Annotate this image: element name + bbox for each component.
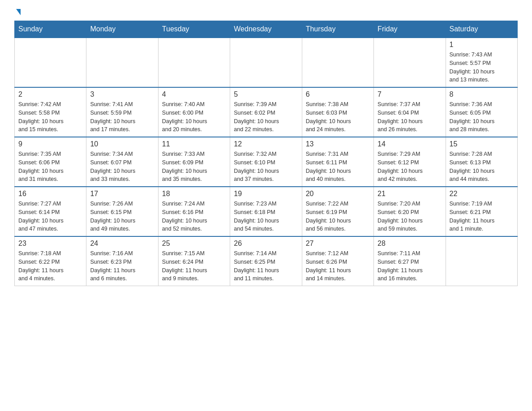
calendar-week-2: 2Sunrise: 7:42 AM Sunset: 5:58 PM Daylig… (15, 87, 518, 137)
calendar-cell: 21Sunrise: 7:20 AM Sunset: 6:20 PM Dayli… (374, 187, 446, 236)
day-info: Sunrise: 7:31 AM Sunset: 6:11 PM Dayligh… (306, 150, 370, 184)
day-number: 19 (234, 190, 298, 198)
day-number: 22 (450, 190, 514, 198)
day-info: Sunrise: 7:15 AM Sunset: 6:24 PM Dayligh… (162, 249, 226, 283)
calendar-cell: 18Sunrise: 7:24 AM Sunset: 6:16 PM Dayli… (158, 187, 230, 236)
day-number: 28 (378, 240, 442, 248)
day-info: Sunrise: 7:40 AM Sunset: 6:00 PM Dayligh… (162, 100, 226, 134)
weekday-header-thursday: Thursday (302, 21, 373, 38)
weekday-header-tuesday: Tuesday (158, 21, 230, 38)
day-info: Sunrise: 7:22 AM Sunset: 6:19 PM Dayligh… (306, 200, 370, 233)
calendar-cell: 1Sunrise: 7:43 AM Sunset: 5:57 PM Daylig… (446, 38, 517, 88)
calendar-week-4: 16Sunrise: 7:27 AM Sunset: 6:14 PM Dayli… (15, 187, 518, 236)
day-info: Sunrise: 7:11 AM Sunset: 6:27 PM Dayligh… (378, 249, 442, 283)
day-number: 6 (306, 90, 370, 98)
day-number: 21 (378, 190, 442, 198)
calendar-cell: 28Sunrise: 7:11 AM Sunset: 6:27 PM Dayli… (374, 236, 446, 286)
day-info: Sunrise: 7:26 AM Sunset: 6:15 PM Dayligh… (90, 200, 154, 233)
day-info: Sunrise: 7:37 AM Sunset: 6:04 PM Dayligh… (378, 100, 442, 134)
calendar-cell: 25Sunrise: 7:15 AM Sunset: 6:24 PM Dayli… (158, 236, 230, 286)
calendar-cell: 15Sunrise: 7:28 AM Sunset: 6:13 PM Dayli… (446, 137, 517, 187)
day-info: Sunrise: 7:38 AM Sunset: 6:03 PM Dayligh… (306, 100, 370, 134)
day-number: 18 (162, 190, 226, 198)
day-number: 12 (234, 140, 298, 148)
weekday-header-saturday: Saturday (446, 21, 517, 38)
day-number: 14 (378, 140, 442, 148)
calendar-week-1: 1Sunrise: 7:43 AM Sunset: 5:57 PM Daylig… (15, 38, 518, 88)
day-number: 27 (306, 240, 370, 248)
calendar-cell: 11Sunrise: 7:33 AM Sunset: 6:09 PM Dayli… (158, 137, 230, 187)
day-info: Sunrise: 7:14 AM Sunset: 6:25 PM Dayligh… (234, 249, 298, 283)
day-info: Sunrise: 7:20 AM Sunset: 6:20 PM Dayligh… (378, 200, 442, 233)
day-info: Sunrise: 7:18 AM Sunset: 6:22 PM Dayligh… (18, 249, 82, 283)
weekday-header-sunday: Sunday (15, 21, 86, 38)
logo (14, 11, 21, 13)
day-info: Sunrise: 7:19 AM Sunset: 6:21 PM Dayligh… (450, 200, 514, 233)
calendar-cell: 3Sunrise: 7:41 AM Sunset: 5:59 PM Daylig… (86, 87, 158, 137)
calendar-cell: 10Sunrise: 7:34 AM Sunset: 6:07 PM Dayli… (86, 137, 158, 187)
calendar-cell: 16Sunrise: 7:27 AM Sunset: 6:14 PM Dayli… (15, 187, 86, 236)
calendar-table: SundayMondayTuesdayWednesdayThursdayFrid… (14, 21, 518, 286)
calendar-cell (158, 38, 230, 88)
calendar-cell: 12Sunrise: 7:32 AM Sunset: 6:10 PM Dayli… (230, 137, 302, 187)
day-info: Sunrise: 7:29 AM Sunset: 6:12 PM Dayligh… (378, 150, 442, 184)
day-number: 16 (18, 190, 82, 198)
day-number: 17 (90, 190, 154, 198)
day-info: Sunrise: 7:27 AM Sunset: 6:14 PM Dayligh… (18, 200, 82, 233)
calendar-cell (446, 236, 517, 286)
day-info: Sunrise: 7:42 AM Sunset: 5:58 PM Dayligh… (18, 100, 82, 134)
calendar-cell: 27Sunrise: 7:12 AM Sunset: 6:26 PM Dayli… (302, 236, 373, 286)
weekday-header-friday: Friday (374, 21, 446, 38)
day-number: 4 (162, 90, 226, 98)
calendar-cell (374, 38, 446, 88)
calendar-cell: 7Sunrise: 7:37 AM Sunset: 6:04 PM Daylig… (374, 87, 446, 137)
day-number: 23 (18, 240, 82, 248)
day-number: 1 (450, 41, 514, 49)
calendar-cell (15, 38, 86, 88)
day-info: Sunrise: 7:32 AM Sunset: 6:10 PM Dayligh… (234, 150, 298, 184)
day-info: Sunrise: 7:28 AM Sunset: 6:13 PM Dayligh… (450, 150, 514, 184)
calendar-cell: 2Sunrise: 7:42 AM Sunset: 5:58 PM Daylig… (15, 87, 86, 137)
calendar-cell: 8Sunrise: 7:36 AM Sunset: 6:05 PM Daylig… (446, 87, 517, 137)
calendar-cell: 23Sunrise: 7:18 AM Sunset: 6:22 PM Dayli… (15, 236, 86, 286)
calendar-cell: 13Sunrise: 7:31 AM Sunset: 6:11 PM Dayli… (302, 137, 373, 187)
calendar-cell: 19Sunrise: 7:23 AM Sunset: 6:18 PM Dayli… (230, 187, 302, 236)
calendar-week-5: 23Sunrise: 7:18 AM Sunset: 6:22 PM Dayli… (15, 236, 518, 286)
day-number: 26 (234, 240, 298, 248)
weekday-header-wednesday: Wednesday (230, 21, 302, 38)
logo-top (14, 11, 21, 15)
day-number: 15 (450, 140, 514, 148)
calendar-cell (302, 38, 373, 88)
calendar-cell: 6Sunrise: 7:38 AM Sunset: 6:03 PM Daylig… (302, 87, 373, 137)
day-info: Sunrise: 7:43 AM Sunset: 5:57 PM Dayligh… (450, 51, 514, 84)
calendar-cell: 9Sunrise: 7:35 AM Sunset: 6:06 PM Daylig… (15, 137, 86, 187)
calendar-cell (230, 38, 302, 88)
calendar-cell: 26Sunrise: 7:14 AM Sunset: 6:25 PM Dayli… (230, 236, 302, 286)
day-number: 3 (90, 90, 154, 98)
calendar-cell: 20Sunrise: 7:22 AM Sunset: 6:19 PM Dayli… (302, 187, 373, 236)
calendar-cell: 4Sunrise: 7:40 AM Sunset: 6:00 PM Daylig… (158, 87, 230, 137)
day-info: Sunrise: 7:34 AM Sunset: 6:07 PM Dayligh… (90, 150, 154, 184)
day-info: Sunrise: 7:36 AM Sunset: 6:05 PM Dayligh… (450, 100, 514, 134)
calendar-header-row: SundayMondayTuesdayWednesdayThursdayFrid… (15, 21, 518, 38)
calendar-cell: 22Sunrise: 7:19 AM Sunset: 6:21 PM Dayli… (446, 187, 517, 236)
day-number: 8 (450, 90, 514, 98)
day-number: 7 (378, 90, 442, 98)
day-number: 13 (306, 140, 370, 148)
calendar-cell: 5Sunrise: 7:39 AM Sunset: 6:02 PM Daylig… (230, 87, 302, 137)
day-number: 5 (234, 90, 298, 98)
day-number: 11 (162, 140, 226, 148)
day-info: Sunrise: 7:41 AM Sunset: 5:59 PM Dayligh… (90, 100, 154, 134)
day-info: Sunrise: 7:33 AM Sunset: 6:09 PM Dayligh… (162, 150, 226, 184)
weekday-header-monday: Monday (86, 21, 158, 38)
day-info: Sunrise: 7:39 AM Sunset: 6:02 PM Dayligh… (234, 100, 298, 134)
calendar-cell: 24Sunrise: 7:16 AM Sunset: 6:23 PM Dayli… (86, 236, 158, 286)
calendar-week-3: 9Sunrise: 7:35 AM Sunset: 6:06 PM Daylig… (15, 137, 518, 187)
calendar-cell: 17Sunrise: 7:26 AM Sunset: 6:15 PM Dayli… (86, 187, 158, 236)
page-header (14, 11, 518, 13)
day-info: Sunrise: 7:24 AM Sunset: 6:16 PM Dayligh… (162, 200, 226, 233)
day-info: Sunrise: 7:16 AM Sunset: 6:23 PM Dayligh… (90, 249, 154, 283)
day-number: 25 (162, 240, 226, 248)
calendar-cell: 14Sunrise: 7:29 AM Sunset: 6:12 PM Dayli… (374, 137, 446, 187)
day-number: 9 (18, 140, 82, 148)
